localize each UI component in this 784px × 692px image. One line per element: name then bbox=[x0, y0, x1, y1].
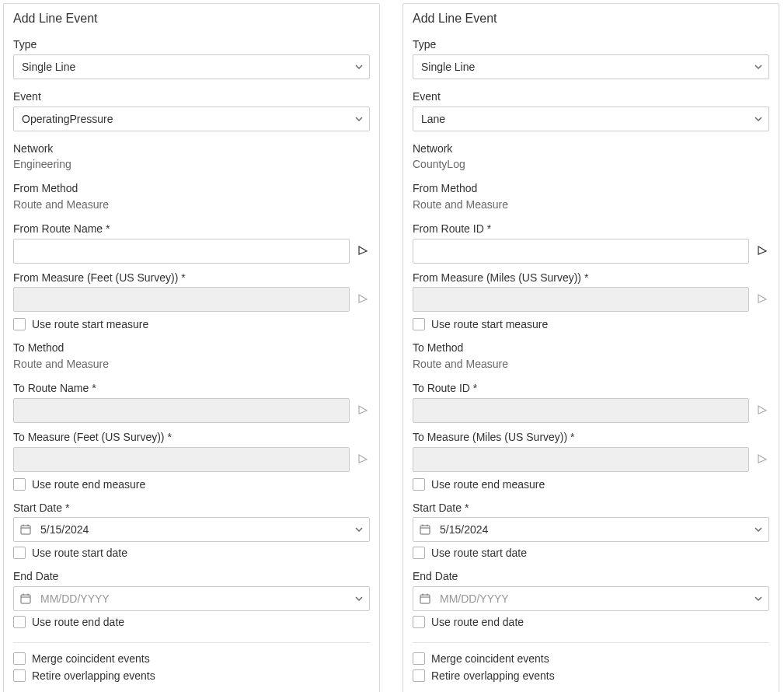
panel-title: Add Line Event bbox=[413, 12, 769, 26]
type-label: Type bbox=[413, 38, 769, 51]
type-value: Single Line bbox=[22, 61, 75, 73]
to-measure-input bbox=[413, 447, 749, 472]
end-date-placeholder: MM/DD/YYYY bbox=[440, 592, 509, 605]
event-value: Lane bbox=[421, 113, 445, 125]
end-date-label: End Date bbox=[13, 570, 370, 583]
from-method-value: Route and Measure bbox=[13, 198, 370, 211]
calendar-icon bbox=[19, 592, 32, 605]
from-method-label: From Method bbox=[13, 182, 370, 195]
from-method-label: From Method bbox=[413, 182, 769, 195]
panel-title: Add Line Event bbox=[13, 12, 370, 26]
use-route-start-date-checkbox[interactable] bbox=[413, 547, 425, 559]
event-label: Event bbox=[13, 90, 370, 103]
type-value: Single Line bbox=[421, 61, 475, 73]
use-route-start-measure-label: Use route start measure bbox=[32, 319, 148, 330]
from-route-input[interactable] bbox=[13, 239, 350, 264]
retire-overlapping-label: Retire overlapping events bbox=[431, 670, 555, 681]
map-picker-icon bbox=[755, 292, 769, 306]
svg-rect-8 bbox=[420, 526, 430, 534]
from-method-value: Route and Measure bbox=[413, 198, 769, 211]
end-date-picker[interactable]: MM/DD/YYYY bbox=[13, 586, 370, 611]
divider bbox=[413, 642, 769, 643]
use-route-end-measure-label: Use route end measure bbox=[32, 479, 145, 490]
use-route-end-date-checkbox[interactable] bbox=[413, 616, 425, 628]
use-route-start-measure-checkbox[interactable] bbox=[13, 318, 26, 330]
type-select[interactable]: Single Line bbox=[413, 54, 769, 79]
merge-coincident-checkbox[interactable] bbox=[13, 652, 26, 665]
from-route-label: From Route Name * bbox=[13, 222, 370, 236]
to-route-input bbox=[13, 398, 350, 423]
map-picker-icon bbox=[755, 404, 769, 418]
use-route-end-measure-checkbox[interactable] bbox=[13, 478, 26, 491]
use-route-end-date-label: Use route end date bbox=[431, 617, 524, 627]
from-route-input[interactable] bbox=[413, 239, 749, 264]
start-date-value: 5/15/2024 bbox=[440, 523, 488, 536]
map-picker-icon bbox=[755, 453, 769, 467]
map-picker-icon[interactable] bbox=[356, 244, 370, 258]
start-date-label: Start Date * bbox=[413, 502, 769, 515]
svg-rect-0 bbox=[21, 526, 30, 534]
event-label: Event bbox=[413, 90, 769, 103]
merge-coincident-label: Merge coincident events bbox=[431, 653, 549, 664]
network-value: CountyLog bbox=[413, 158, 769, 171]
use-route-end-date-checkbox[interactable] bbox=[13, 616, 26, 628]
from-measure-input bbox=[13, 287, 350, 312]
event-select[interactable]: Lane bbox=[413, 107, 769, 131]
from-route-label: From Route ID * bbox=[413, 222, 769, 236]
to-method-label: To Method bbox=[413, 341, 769, 355]
to-method-label: To Method bbox=[13, 341, 370, 355]
use-route-start-measure-checkbox[interactable] bbox=[413, 318, 425, 330]
to-method-value: Route and Measure bbox=[13, 358, 370, 371]
use-route-end-date-label: Use route end date bbox=[32, 617, 124, 627]
svg-rect-4 bbox=[21, 595, 30, 603]
to-route-label: To Route Name * bbox=[13, 382, 370, 395]
use-route-start-date-label: Use route start date bbox=[431, 547, 527, 558]
map-picker-icon bbox=[356, 404, 370, 418]
start-date-value: 5/15/2024 bbox=[40, 523, 89, 536]
to-measure-input bbox=[13, 447, 350, 472]
to-route-label: To Route ID * bbox=[413, 382, 769, 395]
merge-coincident-label: Merge coincident events bbox=[32, 653, 150, 664]
end-date-label: End Date bbox=[413, 570, 769, 583]
use-route-start-measure-label: Use route start measure bbox=[431, 319, 548, 330]
to-route-input bbox=[413, 398, 749, 423]
use-route-end-measure-checkbox[interactable] bbox=[413, 478, 425, 491]
to-measure-label: To Measure (Miles (US Survey)) * bbox=[413, 431, 769, 444]
network-value: Engineering bbox=[13, 158, 370, 171]
to-measure-label: To Measure (Feet (US Survey)) * bbox=[13, 431, 370, 444]
type-select[interactable]: Single Line bbox=[13, 54, 370, 79]
end-date-placeholder: MM/DD/YYYY bbox=[40, 592, 110, 605]
calendar-icon bbox=[419, 523, 431, 536]
svg-rect-12 bbox=[420, 595, 430, 603]
from-measure-input bbox=[413, 287, 749, 312]
start-date-picker[interactable]: 5/15/2024 bbox=[13, 517, 370, 542]
divider bbox=[13, 642, 370, 643]
end-date-picker[interactable]: MM/DD/YYYY bbox=[413, 586, 769, 611]
use-route-end-measure-label: Use route end measure bbox=[431, 479, 545, 490]
retire-overlapping-label: Retire overlapping events bbox=[32, 670, 155, 681]
to-method-value: Route and Measure bbox=[413, 358, 769, 371]
from-measure-label: From Measure (Feet (US Survey)) * bbox=[13, 271, 370, 285]
map-picker-icon[interactable] bbox=[755, 244, 769, 258]
event-select[interactable]: OperatingPressure bbox=[13, 107, 370, 131]
merge-coincident-checkbox[interactable] bbox=[413, 652, 425, 665]
event-value: OperatingPressure bbox=[22, 113, 113, 125]
retire-overlapping-checkbox[interactable] bbox=[413, 669, 425, 682]
add-line-event-panel-right: Add Line Event Type Single Line Event La… bbox=[402, 3, 779, 692]
calendar-icon bbox=[19, 523, 32, 536]
type-label: Type bbox=[13, 38, 370, 51]
use-route-start-date-label: Use route start date bbox=[32, 547, 127, 558]
calendar-icon bbox=[419, 592, 431, 605]
start-date-picker[interactable]: 5/15/2024 bbox=[413, 517, 769, 542]
use-route-start-date-checkbox[interactable] bbox=[13, 547, 26, 559]
map-picker-icon bbox=[356, 292, 370, 306]
network-label: Network bbox=[413, 142, 769, 156]
retire-overlapping-checkbox[interactable] bbox=[13, 669, 26, 682]
start-date-label: Start Date * bbox=[13, 502, 370, 515]
network-label: Network bbox=[13, 142, 370, 156]
add-line-event-panel-left: Add Line Event Type Single Line Event Op… bbox=[3, 3, 380, 692]
map-picker-icon bbox=[356, 453, 370, 467]
from-measure-label: From Measure (Miles (US Survey)) * bbox=[413, 271, 769, 285]
